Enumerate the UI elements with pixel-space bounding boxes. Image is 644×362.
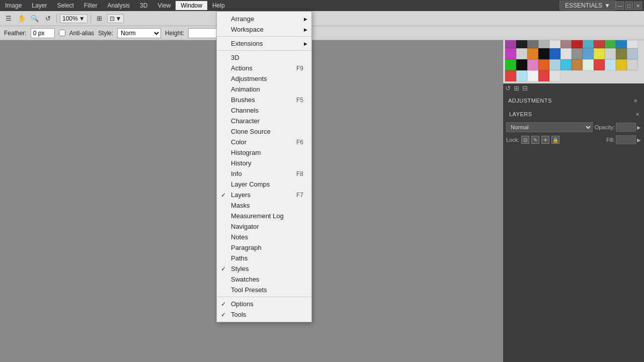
- menu-item-workspace[interactable]: Workspace: [217, 24, 311, 35]
- fill-input[interactable]: [616, 135, 636, 144]
- tool-icon-4[interactable]: ↺: [42, 13, 53, 24]
- swatch-item[interactable]: [627, 59, 638, 70]
- swatch-action-1[interactable]: ↺: [505, 84, 511, 92]
- swatch-item[interactable]: [527, 70, 538, 81]
- menu-item-styles[interactable]: Styles: [217, 263, 311, 274]
- menu-item-arrange[interactable]: Arrange: [217, 14, 311, 24]
- menu-item-layer-comps[interactable]: Layer Comps: [217, 179, 311, 190]
- swatch-item[interactable]: [516, 48, 527, 59]
- swatch-item[interactable]: [527, 48, 538, 59]
- tool-icon-3[interactable]: 🔍: [29, 13, 40, 24]
- nav-image[interactable]: Image: [0, 1, 27, 10]
- menu-item-masks[interactable]: Masks: [217, 200, 311, 211]
- swatch-action-3[interactable]: ⊟: [522, 84, 528, 92]
- nav-analysis[interactable]: Analysis: [102, 1, 135, 10]
- menu-item-brushes[interactable]: BrushesF5: [217, 95, 311, 105]
- swatch-item[interactable]: [560, 48, 572, 59]
- menu-item-clone-source[interactable]: Clone Source: [217, 126, 311, 137]
- swatch-item[interactable]: [549, 59, 560, 70]
- swatch-item[interactable]: [627, 48, 638, 59]
- swatch-item[interactable]: [560, 59, 572, 70]
- menu-item-measurement-log[interactable]: Measurement Log: [217, 211, 311, 221]
- menu-item-history[interactable]: History: [217, 158, 311, 168]
- minimize-button[interactable]: —: [616, 2, 624, 10]
- nav-3d[interactable]: 3D: [135, 1, 152, 10]
- menu-item-animation[interactable]: Animation: [217, 84, 311, 95]
- swatch-item[interactable]: [572, 59, 583, 70]
- swatch-item[interactable]: [549, 70, 560, 81]
- style-select[interactable]: Norm Fixed Ratio Fixed Size: [117, 28, 161, 38]
- blend-mode-select[interactable]: Normal Dissolve Multiply: [506, 122, 593, 132]
- swatch-item[interactable]: [516, 70, 527, 81]
- opacity-arrow[interactable]: ▶: [637, 125, 641, 130]
- maximize-button[interactable]: □: [625, 2, 633, 10]
- tool-icon-1[interactable]: ☰: [3, 13, 14, 24]
- swatch-item[interactable]: [605, 59, 616, 70]
- swatch-item[interactable]: [616, 48, 627, 59]
- menu-item-notes[interactable]: Notes: [217, 232, 311, 242]
- zoom-dropdown[interactable]: 100% ▼: [60, 14, 88, 23]
- swatch-item[interactable]: [594, 48, 605, 59]
- menu-item-actions[interactable]: ActionsF9: [217, 63, 311, 73]
- close-button[interactable]: ✕: [634, 2, 642, 10]
- menu-item-color[interactable]: ColorF6: [217, 137, 311, 147]
- swatch-item[interactable]: [516, 59, 527, 70]
- tool-icon-5[interactable]: ⊞: [94, 13, 105, 24]
- adjustments-close[interactable]: ✕: [632, 97, 639, 104]
- menu-item-tools[interactable]: Tools: [217, 309, 311, 320]
- tool-icon-2[interactable]: ✋: [16, 13, 27, 24]
- layers-close[interactable]: ✕: [634, 111, 641, 118]
- nav-view[interactable]: View: [152, 1, 176, 10]
- menu-item-navigator[interactable]: Navigator: [217, 221, 311, 232]
- menu-item-label-color: Color: [231, 138, 247, 146]
- menu-item-extensions[interactable]: Extensions: [217, 38, 311, 49]
- swatch-item[interactable]: [505, 48, 516, 59]
- menu-item-3d[interactable]: 3D: [217, 52, 311, 63]
- nav-help[interactable]: Help: [207, 1, 230, 10]
- swatch-item[interactable]: [527, 59, 538, 70]
- menu-item-layers[interactable]: LayersF7: [217, 190, 311, 200]
- nav-select[interactable]: Select: [52, 1, 78, 10]
- swatch-item[interactable]: [583, 59, 594, 70]
- menu-item-channels[interactable]: Channels: [217, 105, 311, 116]
- nav-filter[interactable]: Filter: [79, 1, 103, 10]
- menu-item-label-adjustments: Adjustments: [231, 75, 267, 82]
- swatch-action-2[interactable]: ⊞: [514, 84, 519, 92]
- menu-item-paragraph[interactable]: Paragraph: [217, 242, 311, 253]
- menu-item-adjustments[interactable]: Adjustments: [217, 73, 311, 84]
- swatch-item[interactable]: [505, 70, 516, 81]
- menu-item-paths[interactable]: Paths: [217, 253, 311, 263]
- menu-item-label-measurement-log: Measurement Log: [231, 212, 284, 220]
- swatch-item[interactable]: [538, 70, 549, 81]
- menu-item-label-notes: Notes: [231, 233, 248, 241]
- nav-window[interactable]: Window: [176, 1, 207, 10]
- swatch-item[interactable]: [594, 59, 605, 70]
- menu-item-character[interactable]: Character: [217, 116, 311, 126]
- lock-transparent-icon[interactable]: ⊡: [521, 136, 529, 144]
- feather-input[interactable]: [31, 28, 55, 38]
- lock-pixels-icon[interactable]: ✎: [531, 136, 539, 144]
- menu-item-tool-presets[interactable]: Tool Presets: [217, 285, 311, 295]
- lock-all-icon[interactable]: 🔒: [551, 136, 559, 144]
- opacity-input[interactable]: [616, 123, 636, 132]
- fill-arrow[interactable]: ▶: [637, 137, 641, 143]
- swatch-item[interactable]: [605, 48, 616, 59]
- swatch-item[interactable]: [616, 59, 627, 70]
- menu-separator: [217, 50, 311, 51]
- menu-item-info[interactable]: InfoF8: [217, 168, 311, 179]
- menu-item-histogram[interactable]: Histogram: [217, 147, 311, 158]
- layers-panel: LAYERS ✕ Normal Dissolve Multiply Opacit…: [503, 108, 644, 362]
- swatch-item[interactable]: [505, 59, 516, 70]
- nav-layer[interactable]: Layer: [27, 1, 52, 10]
- swatch-item[interactable]: [572, 48, 583, 59]
- swatch-item[interactable]: [538, 59, 549, 70]
- swatch-item[interactable]: [583, 48, 594, 59]
- antialias-checkbox[interactable]: [59, 30, 65, 36]
- swatch-item[interactable]: [549, 48, 560, 59]
- swatch-item[interactable]: [538, 48, 549, 59]
- menu-item-options[interactable]: Options: [217, 299, 311, 309]
- arrange-dropdown[interactable]: ⊡ ▼: [107, 14, 124, 23]
- menu-item-swatches[interactable]: Swatches: [217, 274, 311, 285]
- essentials-button[interactable]: ESSENTIALS ▼: [559, 1, 616, 11]
- lock-position-icon[interactable]: ✛: [541, 136, 549, 144]
